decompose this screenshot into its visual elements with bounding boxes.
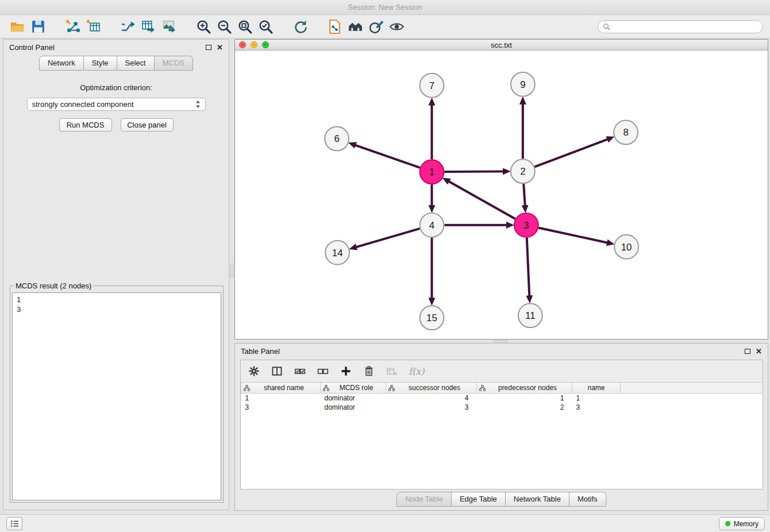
main-toolbar (0, 16, 770, 38)
column-type-icon (388, 385, 395, 391)
table-cell[interactable]: 2 (477, 403, 572, 412)
table-cell-filler (621, 403, 763, 412)
horizontal-splitter-grip[interactable] (493, 340, 508, 342)
network-arrows-button[interactable] (117, 17, 138, 37)
export-network-button[interactable] (324, 17, 345, 37)
close-table-panel-icon[interactable] (756, 348, 762, 355)
search-box[interactable] (598, 20, 763, 33)
table-cell[interactable]: 3 (572, 403, 621, 412)
float-panel-icon[interactable] (206, 45, 211, 50)
network-canvas[interactable]: 7968124314101511 (235, 51, 768, 339)
show-hide-button[interactable] (386, 17, 407, 37)
table-cell[interactable]: 3 (386, 403, 477, 412)
control-panel: Control Panel Network Style Select MCDS … (3, 39, 229, 510)
network-window-title: scc.txt (235, 41, 768, 49)
paint-style-button[interactable] (365, 17, 386, 37)
table-row[interactable]: 1dominator411 (241, 394, 763, 403)
zoom-out-button[interactable] (214, 17, 234, 37)
graph-edge-1-2[interactable] (444, 171, 503, 172)
minimize-window-icon[interactable] (251, 41, 257, 48)
close-panel-button[interactable]: Close panel (121, 118, 174, 132)
zoom-window-icon[interactable] (262, 41, 269, 48)
tab-select[interactable]: Select (117, 56, 155, 71)
first-neighbors-button[interactable] (345, 17, 365, 37)
mcds-result-text[interactable]: 1 3 (12, 292, 221, 500)
graph-edge-4-14[interactable] (356, 229, 420, 247)
control-panel-tabs: Network Style Select MCDS (3, 56, 229, 71)
table-settings-button[interactable] (248, 365, 260, 377)
graph-edge-2-8[interactable] (534, 139, 607, 167)
open-session-button[interactable] (7, 17, 28, 37)
memory-button[interactable]: Memory (719, 517, 765, 530)
close-window-icon[interactable] (239, 41, 246, 48)
table-panel-tabs: Node Table Edge Table Network Table Moti… (235, 492, 768, 507)
table-cell[interactable]: dominator (321, 394, 386, 403)
tab-network[interactable]: Network (39, 56, 84, 71)
table-cell[interactable]: 1 (241, 394, 321, 403)
column-type-icon (244, 385, 250, 391)
table-cell[interactable]: dominator (321, 403, 386, 412)
zoom-in-button[interactable] (193, 17, 214, 37)
column-header-name[interactable]: name (572, 383, 621, 394)
split-view-button[interactable] (271, 365, 283, 377)
close-panel-icon[interactable] (217, 44, 223, 51)
tab-motifs[interactable]: Motifs (569, 492, 606, 507)
apply-layout-button[interactable] (290, 17, 310, 37)
tab-node-table[interactable]: Node Table (396, 492, 452, 507)
tab-style[interactable]: Style (84, 56, 117, 71)
task-history-button[interactable] (6, 517, 22, 530)
tab-mcds[interactable]: MCDS (155, 56, 193, 71)
column-header-mcds-role[interactable]: MCDS role (321, 383, 386, 394)
import-network-button[interactable] (62, 17, 83, 37)
graph-edge-2-3[interactable] (523, 184, 525, 206)
graph-node-label: 4 (429, 220, 434, 231)
function-builder-button[interactable]: f(x) (409, 366, 424, 377)
unselect-all-columns-button[interactable] (317, 365, 329, 377)
run-mcds-button[interactable]: Run MCDS (59, 118, 112, 132)
select-all-columns-button[interactable] (294, 365, 306, 377)
tab-network-table[interactable]: Network Table (506, 492, 569, 507)
two-houses-icon (348, 19, 363, 34)
zoom-out-icon (217, 19, 232, 34)
table-panel-body: f(x) shared name MCDS role (240, 360, 763, 489)
graph-edge-3-10[interactable] (538, 228, 607, 242)
column-header-successor-nodes[interactable]: successor nodes (386, 383, 477, 394)
titlebar[interactable]: Session: New Session (0, 0, 770, 15)
delete-column-button[interactable] (363, 365, 375, 377)
graph-node-label: 6 (334, 133, 339, 144)
float-table-panel-icon[interactable] (745, 349, 750, 354)
graph-node-label: 1 (429, 167, 434, 178)
import-table-button[interactable] (83, 17, 103, 37)
zoom-fit-button[interactable] (234, 17, 255, 37)
vertical-splitter-grip[interactable] (230, 263, 233, 278)
column-header-predecessor-nodes[interactable]: predecessor nodes (477, 383, 572, 394)
export-table-button[interactable] (138, 17, 159, 37)
graph-node-label: 7 (429, 80, 434, 91)
delete-table-button[interactable] (386, 365, 398, 377)
table-cell[interactable]: 1 (572, 394, 621, 403)
graph-edge-3-1[interactable] (449, 182, 515, 219)
network-arrows-icon (120, 19, 136, 34)
table-cell[interactable]: 4 (386, 394, 477, 403)
export-image-button[interactable] (159, 17, 179, 37)
delete-table-icon (386, 365, 398, 377)
import-table-icon (86, 19, 101, 34)
table-cell[interactable]: 1 (477, 394, 572, 403)
graph-edge-3-11[interactable] (527, 238, 530, 296)
memory-label: Memory (734, 520, 759, 528)
search-input[interactable] (614, 22, 758, 31)
network-window-titlebar[interactable]: scc.txt (235, 40, 768, 51)
zoom-selected-button[interactable] (255, 17, 276, 37)
graph-node-label: 2 (520, 166, 525, 177)
tab-edge-table[interactable]: Edge Table (452, 492, 506, 507)
optimization-criterion-select[interactable]: strongly connected component (27, 98, 206, 111)
graph-edge-1-6[interactable] (355, 145, 420, 168)
zoom-in-icon (196, 19, 211, 34)
add-column-button[interactable] (340, 365, 352, 377)
table-cell[interactable]: 3 (241, 403, 321, 412)
table-row[interactable]: 3dominator323 (241, 403, 763, 412)
save-session-button[interactable] (28, 17, 48, 37)
export-network-icon (327, 19, 342, 34)
export-image-icon (161, 19, 177, 34)
column-header-shared-name[interactable]: shared name (241, 383, 321, 394)
